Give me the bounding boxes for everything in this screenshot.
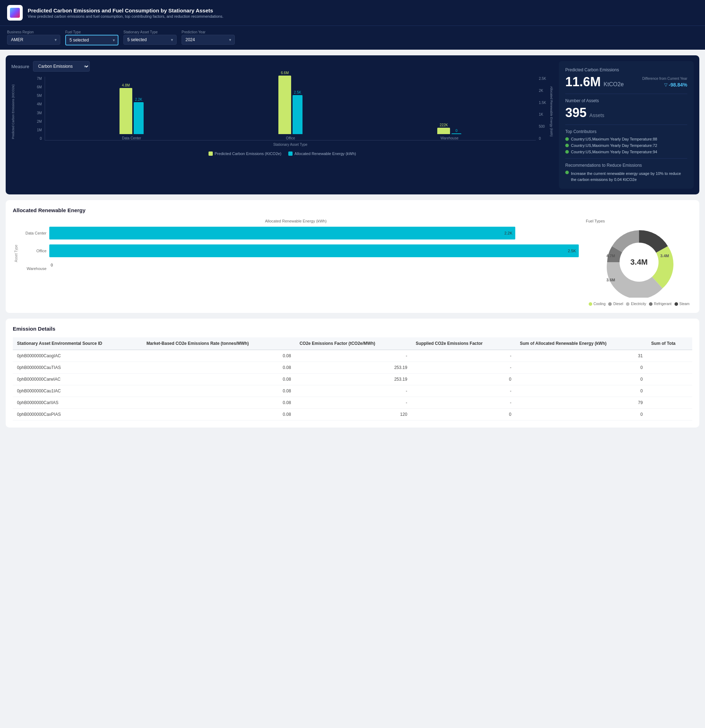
h-bar-chart: Allocated Renewable Energy (kWh) Asset T… [13, 219, 579, 306]
h-bar-track-office: 2.5K [49, 244, 579, 257]
filter-prediction-year-select[interactable]: 2024 [182, 35, 235, 45]
contributor-1: Country:US,Maximum Yearly Day Temperatur… [565, 143, 687, 147]
donut-dot-electricity [626, 302, 630, 306]
filter-business-region-wrap: AMER ▼ [7, 35, 60, 45]
cell-total-1 [647, 362, 692, 374]
donut-legend-label-cooling: Cooling [594, 302, 606, 306]
filter-fuel-type-select[interactable]: 5 selected [65, 35, 118, 45]
measure-row: Measure Carbon Emissions Fuel Consumptio… [12, 61, 553, 72]
donut-legend-diesel: Diesel [608, 302, 623, 306]
filter-prediction-year: Prediction Year 2024 ▼ [182, 30, 235, 45]
bar-value-wh-1: 222K [440, 123, 448, 127]
diff-section: Difference from Current Year ▽ -98.84% [642, 77, 687, 88]
bar-pair-warehouse: 222K 0 [437, 123, 461, 134]
bar-group-warehouse: 222K 0 Warehouse [437, 123, 461, 140]
table-body: 0phB0000000CaogIAC 0.08 - - 31 0phB00000… [13, 350, 692, 420]
cell-renewable-5: 0 [516, 409, 647, 420]
filter-fuel-type: Fuel Type 5 selected ▼ [65, 30, 118, 45]
filter-stationary-asset-type-select[interactable]: 5 selected [123, 35, 177, 45]
recommendations-title: Recommendations to Reduce Emissions [565, 163, 687, 168]
main-content: Measure Carbon Emissions Fuel Consumptio… [0, 50, 705, 439]
table-row: 0phB0000000CaxPIAS 0.08 120 0 0 [13, 409, 692, 420]
contributors-title: Top Contributors [565, 129, 687, 134]
bar-value-wh-2: 0 [456, 129, 458, 133]
donut-dot-diesel [608, 302, 612, 306]
donut-legend-cooling: Cooling [589, 302, 606, 306]
donut-dot-refrigerant [649, 302, 653, 306]
right-panel: Predicted Carbon Emissions 11.6M KtCO2e … [559, 61, 693, 189]
col-renewable: Sum of Allocated Renewable Energy (kWh) [516, 337, 647, 350]
donut-legend-label-steam: Steam [679, 302, 690, 306]
bar-dc-renewable [134, 102, 144, 134]
x-label-datacenter: Data Center [122, 136, 141, 140]
h-bar-track-datacenter: 2.2K [49, 227, 579, 240]
y-axis-label: Predicted Carbon Emissions (KtCO2e) [12, 77, 33, 146]
measure-select[interactable]: Carbon Emissions Fuel Consumption [33, 61, 90, 72]
main-value-row: 11.6M KtCO2e Difference from Current Yea… [565, 75, 687, 90]
h-bar-label-datacenter: Data Center [18, 231, 46, 235]
table-header-row: Stationary Asset Environmental Source ID… [13, 337, 692, 350]
donut-dot-steam [675, 302, 678, 306]
cell-id-3: 0phB0000000Cau1IAC [13, 385, 142, 397]
contributor-0: Country:US,Maximum Yearly Day Temperatur… [565, 137, 687, 141]
table-row: 0phB0000000CarwIAC 0.08 253.19 0 0 [13, 374, 692, 385]
filter-stationary-asset-type-label: Stationary Asset Type [123, 30, 177, 34]
cell-rate-4: 0.08 [142, 397, 296, 409]
bar-wh-renewable [451, 133, 461, 134]
legend-box-renewable [288, 152, 293, 156]
chart-area: Measure Carbon Emissions Fuel Consumptio… [12, 61, 553, 189]
h-bar-track-warehouse: 0 [49, 262, 579, 275]
filter-bar: Business Region AMER ▼ Fuel Type 5 selec… [0, 26, 705, 50]
diff-value: -98.84% [669, 82, 687, 88]
h-bar-chart-title: Allocated Renewable Energy (kWh) [13, 219, 579, 223]
donut-center-text: 3.4M [630, 257, 648, 267]
donut-legend-label-electricity: Electricity [631, 302, 646, 306]
filter-business-region-select[interactable]: AMER [7, 35, 60, 45]
cell-total-3 [647, 385, 692, 397]
asset-type-label: Asset Type [13, 227, 18, 280]
x-axis-title: Stationary Asset Type [45, 143, 536, 146]
bars-inner: 4.8M 2.2K Data Center [45, 77, 536, 140]
h-bar-row-warehouse: Warehouse 0 [18, 262, 579, 275]
bar-value-office-2: 2.5K [294, 91, 301, 94]
h-bar-label-warehouse: Warehouse [18, 266, 46, 271]
recommendation-dot-0 [565, 170, 569, 174]
filter-business-region: Business Region AMER ▼ [7, 30, 60, 45]
contributor-dot-2 [565, 150, 569, 154]
cell-renewable-0: 31 [516, 350, 647, 362]
cell-supplied-0: - [411, 350, 516, 362]
legend-box-carbon [209, 152, 213, 156]
filter-fuel-type-wrap: 5 selected ▼ [65, 35, 118, 45]
bar-chart: Predicted Carbon Emissions (KtCO2e) 7M 6… [12, 77, 553, 146]
cell-factor-0: - [296, 350, 412, 362]
h-bar-fill-office: 2.5K [49, 244, 579, 257]
donut-area: Fuel Types [586, 219, 692, 306]
h-bar-rows: Data Center 2.2K Office [18, 227, 579, 280]
bar-group-datacenter: 4.8M 2.2K Data Center [120, 83, 144, 140]
donut-legend-electricity: Electricity [626, 302, 646, 306]
cell-supplied-5: 0 [411, 409, 516, 420]
filter-fuel-type-label: Fuel Type [65, 30, 118, 34]
filter-stationary-asset-type-wrap: 5 selected ▼ [123, 35, 177, 45]
donut-title: Fuel Types [586, 219, 692, 223]
emission-details-table: Stationary Asset Environmental Source ID… [13, 337, 692, 420]
legend-label-renewable: Allocated Renewable Energy (kWh) [294, 152, 356, 156]
bar-wh-carbon [437, 128, 450, 134]
measure-label: Measure [12, 64, 29, 69]
cell-rate-2: 0.08 [142, 374, 296, 385]
recommendation-0: Increase the current renewable energy us… [565, 170, 687, 182]
cell-total-2 [647, 374, 692, 385]
h-bar-row-office: Office 2.5K [18, 244, 579, 257]
cell-factor-5: 120 [296, 409, 412, 420]
donut-dot-cooling [589, 302, 592, 306]
cell-rate-5: 0.08 [142, 409, 296, 420]
cell-id-1: 0phB0000000CauTIAS [13, 362, 142, 374]
cell-total-0 [647, 350, 692, 362]
cell-renewable-3: 0 [516, 385, 647, 397]
contributor-text-1: Country:US,Maximum Yearly Day Temperatur… [571, 143, 657, 147]
cell-id-2: 0phB0000000CarwIAC [13, 374, 142, 385]
main-value-number: 11.6M [565, 75, 601, 90]
emission-details-title: Emission Details [13, 326, 692, 332]
recommendation-text-0: Increase the current renewable energy us… [571, 170, 687, 182]
cell-total-4 [647, 397, 692, 409]
